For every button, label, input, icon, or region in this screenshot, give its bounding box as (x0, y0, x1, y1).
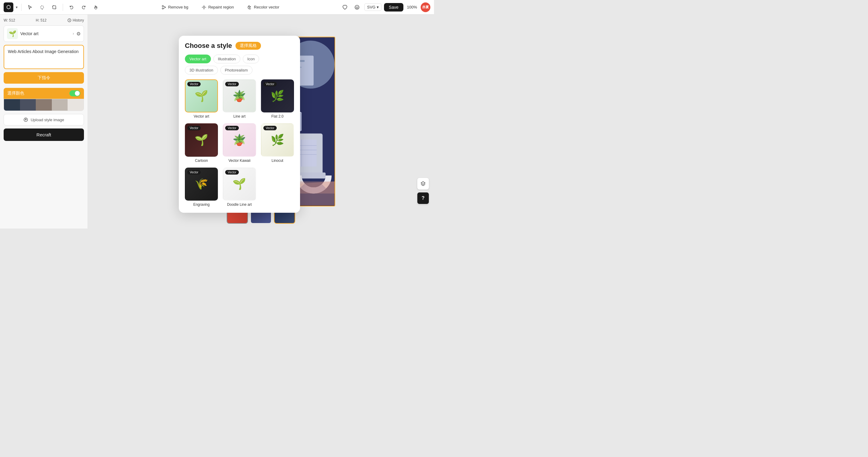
style-badge-cartoon: Vector (187, 126, 200, 130)
tab-photorealism-label: Photorealism (225, 68, 248, 72)
history-button[interactable]: History (67, 18, 84, 23)
style-name-6: Engraving (185, 203, 218, 207)
style-name-7: Doodle Line art (223, 203, 256, 207)
select-tool-button[interactable] (25, 2, 35, 12)
style-name-1: Line art (223, 114, 256, 119)
style-item-cartoon[interactable]: Vector 🌱 Cartoon (185, 123, 218, 162)
color-swatch-1[interactable] (4, 99, 20, 111)
svg-point-5 (250, 6, 251, 7)
pan-tool-button[interactable] (91, 2, 101, 12)
remove-bg-button[interactable]: Remove bg (158, 3, 191, 11)
style-icon-box: 🌱 (7, 28, 18, 39)
style-item-kawaii[interactable]: Vector 🪴 Vector Kawaii (223, 123, 256, 162)
style-thumb-engraving: Vector 🌾 (185, 167, 218, 201)
toolbar-chevron[interactable]: ▾ (16, 5, 18, 9)
upload-style-button[interactable]: Upload style image (4, 114, 84, 125)
style-selector-chevron: › (73, 32, 74, 36)
recolor-vector-button[interactable]: Recolor vector (244, 3, 282, 11)
crop-tool-button[interactable] (50, 2, 59, 12)
svg-rect-0 (53, 6, 56, 9)
upload-icon (23, 117, 28, 122)
settings-icon[interactable]: ⚙ (76, 31, 81, 37)
upload-style-label: Upload style image (31, 118, 64, 122)
clock-icon (67, 18, 71, 23)
help-button[interactable]: ? (417, 192, 429, 204)
tab-3d-illustration[interactable]: 3D illustration (185, 66, 218, 74)
style-thumb-doodle: Vector 🌱 (223, 167, 256, 201)
layers-button[interactable] (417, 178, 429, 190)
style-selector-label: Vector art (20, 31, 38, 36)
format-dropdown[interactable]: SVG ▾ (364, 3, 381, 11)
toggle-knob (75, 91, 80, 96)
style-badge-doodle: Vector (225, 170, 239, 175)
cursor-icon (28, 5, 32, 10)
recraft-button[interactable]: Recraft (4, 128, 84, 141)
toolbar: ⬡ ▾ Remove bg Repaint region Recolor vec… (0, 0, 434, 14)
style-item-doodle[interactable]: Vector 🌱 Doodle Line art (223, 167, 256, 207)
style-selector-left: 🌱 Vector art (7, 28, 38, 39)
svg-point-1 (162, 5, 163, 7)
tab-icon[interactable]: Icon (243, 55, 259, 63)
color-swatch-2[interactable] (20, 99, 36, 111)
command-button[interactable]: 下指令 (4, 72, 84, 84)
color-section: 選擇顏色 (4, 88, 84, 111)
main-content: W: 512 H: 512 History 🌱 Vector art › ⚙ W… (0, 14, 434, 228)
heart-icon (342, 4, 348, 10)
svg-point-9 (358, 7, 358, 7)
face-icon-button[interactable] (352, 2, 362, 12)
width-label: W: 512 (4, 18, 15, 23)
user-avatar[interactable]: 赤夏 (421, 2, 430, 12)
lasso-tool-button[interactable] (37, 2, 47, 12)
logo-button[interactable]: ⬡ (4, 2, 13, 12)
panel-meta: W: 512 H: 512 History (4, 18, 84, 23)
history-label: History (73, 18, 84, 23)
color-swatch-3[interactable] (36, 99, 52, 111)
style-thumb-kawaii: Vector 🪴 (223, 123, 256, 156)
command-label: 下指令 (38, 75, 50, 80)
color-swatch-4[interactable] (52, 99, 68, 111)
color-swatch-5[interactable] (68, 99, 84, 111)
style-item-vector-art[interactable]: Vector 🌱 Vector art (185, 80, 218, 119)
toolbar-separator-2 (63, 4, 63, 11)
style-thumb-flat2: Vector 🌿 (261, 80, 294, 113)
style-item-flat2[interactable]: Vector 🌿 Flat 2.0 (261, 80, 294, 119)
style-item-line-art[interactable]: Vector 🪴 Line art (223, 80, 256, 119)
redo-button[interactable] (79, 2, 89, 12)
color-toggle[interactable] (69, 90, 80, 96)
face-icon (354, 4, 360, 10)
prompt-text[interactable]: Web Articles About Image Generation (4, 45, 84, 69)
scissors-icon (161, 5, 166, 10)
dropdown-arrow-icon: ▾ (377, 5, 379, 9)
repaint-region-label: Repaint region (208, 5, 234, 9)
style-thumb-vector-art: Vector 🌱 (185, 80, 218, 113)
style-name-4: Vector Kawaii (223, 158, 256, 163)
style-badge-kawaii: Vector (225, 126, 239, 130)
style-item-engraving[interactable]: Vector 🌾 Engraving (185, 167, 218, 207)
style-name-3: Cartoon (185, 158, 218, 163)
zoom-level: 100% (407, 5, 417, 9)
style-thumb-linocut: Vector 🌿 (261, 123, 294, 156)
style-thumb-cartoon: Vector 🌱 (185, 123, 218, 156)
repaint-region-button[interactable]: Repaint region (198, 3, 237, 11)
undo-button[interactable] (67, 2, 76, 12)
right-float-buttons: ? (417, 178, 429, 204)
style-grid: Vector 🌱 Vector art Vector 🪴 Line art (185, 80, 294, 207)
style-badge-flat2: Vector (264, 82, 277, 86)
save-button[interactable]: Save (384, 3, 403, 11)
color-header: 選擇顏色 (4, 88, 84, 99)
style-tabs: Vector art Illustration Icon 3D illustra… (185, 55, 294, 74)
remove-bg-label: Remove bg (168, 5, 188, 9)
svg-point-6 (249, 7, 250, 8)
tab-illustration[interactable]: Illustration (213, 55, 240, 63)
help-icon: ? (422, 195, 425, 201)
tab-vector-art[interactable]: Vector art (185, 55, 211, 63)
style-name-2: Flat 2.0 (261, 114, 294, 119)
tab-photorealism[interactable]: Photorealism (220, 66, 252, 74)
left-panel: W: 512 H: 512 History 🌱 Vector art › ⚙ W… (0, 14, 88, 228)
style-selector[interactable]: 🌱 Vector art › ⚙ (4, 26, 84, 42)
svg-point-3 (203, 6, 205, 8)
recraft-label: Recraft (36, 132, 51, 137)
heart-icon-button[interactable] (340, 2, 350, 12)
style-item-linocut[interactable]: Vector 🌿 Linocut (261, 123, 294, 162)
prompt-content: Web Articles About Image Generation (8, 49, 79, 54)
